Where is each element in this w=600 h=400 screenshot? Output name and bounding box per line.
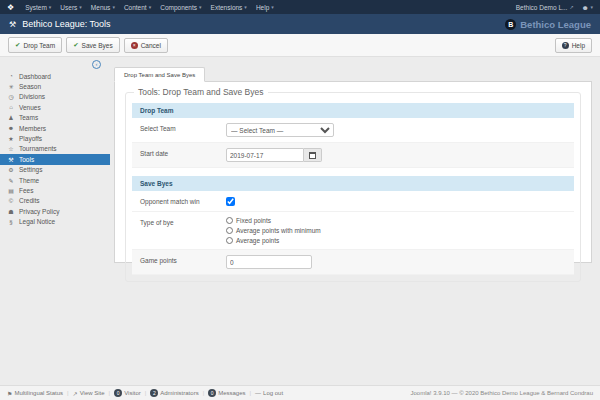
start-date-row: Start date <box>132 143 574 168</box>
form-panel: Tools: Drop Team and Save Byes Drop Team… <box>114 81 592 263</box>
menu-components[interactable]: Components▾ <box>160 4 201 11</box>
radio-average-points[interactable]: Average points <box>226 237 321 244</box>
fieldset-legend: Tools: Drop Team and Save Byes <box>134 87 268 97</box>
opponent-match-win-label: Opponent match win <box>140 196 226 205</box>
tools-fieldset: Tools: Drop Team and Save Byes Drop Team… <box>125 92 581 282</box>
copyright-icon: © <box>7 198 15 204</box>
logout-icon: — <box>255 390 261 396</box>
pencil-icon: ✎ <box>7 177 15 184</box>
menu-extensions[interactable]: Extensions▾ <box>211 4 247 11</box>
dashboard-icon: ◔ <box>7 73 15 79</box>
sidebar-item-venues[interactable]: ⌂Venues <box>0 102 110 112</box>
radio-fixed-points[interactable]: Fixed points <box>226 217 321 224</box>
menu-menus[interactable]: Menus▾ <box>91 4 115 11</box>
start-date-input[interactable] <box>226 148 304 162</box>
messages-status: 0 Messages <box>208 389 245 397</box>
drop-team-section: Drop Team Select Team — Select Team — St… <box>132 103 574 168</box>
messages-count-badge: 0 <box>208 389 216 397</box>
sidebar-collapse-toggle[interactable]: ‹ <box>92 60 101 69</box>
brand-ball-icon: B <box>505 19 516 30</box>
tab-drop-team-save-byes[interactable]: Drop Team and Save Byes <box>114 67 205 82</box>
brand: B Bethico League <box>505 19 591 30</box>
admin-menubar: ❖ System▾ Users▾ Menus▾ Content▾ Compone… <box>0 0 600 14</box>
save-byes-section: Save Byes Opponent match win Type of bye… <box>132 176 574 275</box>
chevron-down-icon: ▾ <box>49 4 52 10</box>
sidebar-item-dashboard[interactable]: ◔Dashboard <box>0 71 110 81</box>
radio-input[interactable] <box>226 227 233 234</box>
main-panel-area: Drop Team and Save Byes Tools: Drop Team… <box>110 57 600 385</box>
sidebar-item-tools[interactable]: ⚒Tools <box>0 154 110 164</box>
flag-icon: ⚑ <box>7 390 12 397</box>
sidebar-item-divisions[interactable]: ◷Divisions <box>0 92 110 102</box>
type-of-bye-row: Type of bye Fixed points Average points … <box>132 212 574 250</box>
sidebar-item-teams[interactable]: ♟Teams <box>0 113 110 123</box>
sidebar-item-season[interactable]: ✳Season <box>0 81 110 91</box>
venues-icon: ⌂ <box>7 104 15 110</box>
radio-input[interactable] <box>226 217 233 224</box>
page-header: ⚒ Bethico League: Tools B Bethico League <box>0 14 600 34</box>
opponent-match-win-row: Opponent match win <box>132 191 574 212</box>
sidebar-item-fees[interactable]: ▤Fees <box>0 185 110 195</box>
menu-users[interactable]: Users▾ <box>60 4 82 11</box>
teams-icon: ♟ <box>7 114 15 121</box>
calendar-button[interactable] <box>304 148 322 162</box>
game-points-input[interactable] <box>226 255 312 269</box>
sidebar-item-legal-notice[interactable]: §Legal Notice <box>0 216 110 226</box>
shield-icon: ☗ <box>7 208 15 215</box>
user-menu[interactable]: ☻▾ <box>582 4 593 11</box>
calendar-icon <box>309 152 316 159</box>
save-byes-button[interactable]: ✔ Save Byes <box>66 37 120 53</box>
external-link-icon: ↗ <box>73 390 78 397</box>
wrench-icon: ⚒ <box>9 20 16 29</box>
select-team-dropdown[interactable]: — Select Team — <box>226 123 334 137</box>
question-icon: ? <box>562 42 569 49</box>
sidebar-item-privacy-policy[interactable]: ☗Privacy Policy <box>0 206 110 216</box>
view-site-link[interactable]: ↗ View Site <box>73 390 105 397</box>
members-icon: ☻ <box>7 125 15 131</box>
check-icon: ✔ <box>73 41 78 49</box>
opponent-match-win-checkbox[interactable] <box>226 197 235 206</box>
sidebar-item-theme[interactable]: ✎Theme <box>0 175 110 185</box>
save-byes-section-header: Save Byes <box>132 176 574 191</box>
toolbar: ✔ Drop Team ✔ Save Byes × Cancel ? Help <box>0 34 600 57</box>
menu-help[interactable]: Help▾ <box>256 4 274 11</box>
sidebar-item-playoffs[interactable]: ★Playoffs <box>0 133 110 143</box>
sidebar-item-settings[interactable]: ⚙Settings <box>0 165 110 175</box>
money-icon: ▤ <box>7 187 15 194</box>
chevron-down-icon: ▾ <box>244 4 247 10</box>
sidebar-item-members[interactable]: ☻Members <box>0 123 110 133</box>
drop-team-section-header: Drop Team <box>132 103 574 118</box>
menu-content[interactable]: Content▾ <box>124 4 151 11</box>
section-icon: § <box>7 219 15 225</box>
view-site-link[interactable]: Bethico Demo L...↗ <box>516 4 574 11</box>
multilingual-status: ⚑ Multilingual Status <box>7 390 63 397</box>
chevron-down-icon: ▾ <box>271 4 274 10</box>
version-copyright: Joomla! 3.9.10 — © 2020 Bethico Demo Lea… <box>410 390 593 396</box>
logout-link[interactable]: — Log out <box>255 390 283 396</box>
star-icon: ★ <box>7 135 15 142</box>
status-bar: ⚑ Multilingual Status | ↗ View Site | 0 … <box>0 385 600 400</box>
radio-average-points-minimum[interactable]: Average points with minimum <box>226 227 321 234</box>
radio-input[interactable] <box>226 237 233 244</box>
sidebar: ‹ ◔Dashboard ✳Season ◷Divisions ⌂Venues … <box>0 57 110 385</box>
menu-system[interactable]: System▾ <box>25 4 51 11</box>
divisions-icon: ◷ <box>7 93 15 100</box>
cancel-button[interactable]: × Cancel <box>124 38 168 53</box>
help-button[interactable]: ? Help <box>555 38 592 53</box>
content-area: ‹ ◔Dashboard ✳Season ◷Divisions ⌂Venues … <box>0 57 600 385</box>
start-date-label: Start date <box>140 148 226 157</box>
sidebar-item-credits[interactable]: ©Credits <box>0 196 110 206</box>
type-of-bye-label: Type of bye <box>140 217 226 226</box>
select-team-row: Select Team — Select Team — <box>132 118 574 143</box>
chevron-down-icon: ▾ <box>149 4 152 10</box>
game-points-label: Game points <box>140 255 226 264</box>
joomla-logo-icon: ❖ <box>7 3 14 12</box>
brand-name: Bethico League <box>520 19 591 30</box>
select-team-label: Select Team <box>140 123 226 132</box>
drop-team-button[interactable]: ✔ Drop Team <box>8 37 62 53</box>
admin-count-badge: 2 <box>150 389 158 397</box>
chevron-down-icon: ▾ <box>199 4 202 10</box>
cancel-icon: × <box>131 42 138 49</box>
gear-icon: ⚙ <box>7 166 15 173</box>
sidebar-item-tournaments[interactable]: ☆Tournaments <box>0 144 110 154</box>
